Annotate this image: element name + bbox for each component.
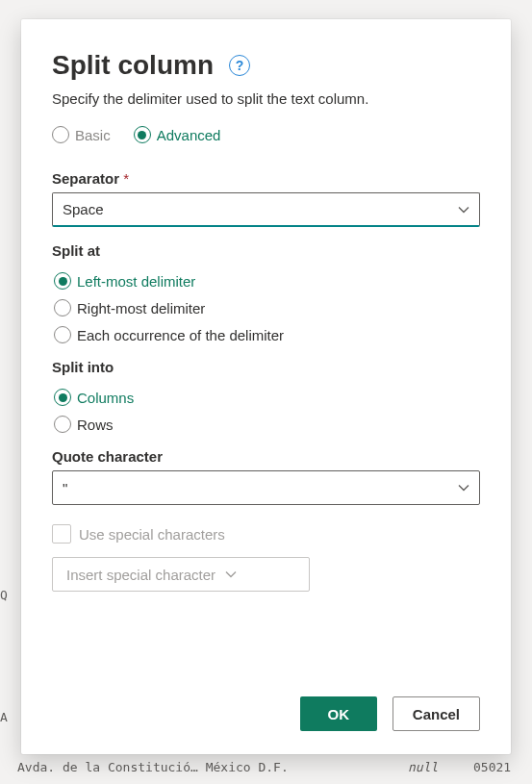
bg-cell: 05021 bbox=[473, 760, 511, 774]
radio-icon bbox=[54, 416, 71, 433]
separator-dropdown[interactable]: Space bbox=[52, 192, 480, 227]
radio-label: Each occurrence of the delimiter bbox=[77, 327, 284, 343]
help-glyph: ? bbox=[236, 58, 244, 73]
radio-icon bbox=[54, 272, 71, 290]
chevron-down-icon bbox=[458, 482, 469, 493]
mode-advanced-radio[interactable]: Advanced bbox=[134, 126, 221, 143]
quote-label: Quote character bbox=[52, 448, 480, 465]
required-star: * bbox=[123, 170, 129, 187]
radio-icon bbox=[54, 326, 71, 343]
split-at-each-radio[interactable]: Each occurrence of the delimiter bbox=[54, 326, 480, 343]
checkbox-label: Use special characters bbox=[79, 526, 225, 543]
radio-icon bbox=[54, 299, 71, 316]
radio-label: Rows bbox=[77, 417, 114, 433]
split-into-label: Split into bbox=[52, 359, 480, 375]
split-into-columns-radio[interactable]: Columns bbox=[54, 389, 480, 406]
checkbox-icon bbox=[52, 524, 71, 544]
help-icon[interactable]: ? bbox=[229, 55, 250, 76]
special-dd-label: Insert special character bbox=[66, 567, 215, 583]
dialog-description: Specify the delimiter used to split the … bbox=[52, 90, 480, 107]
chevron-down-icon bbox=[458, 204, 469, 215]
separator-value: Space bbox=[63, 201, 104, 217]
radio-icon bbox=[54, 389, 71, 406]
split-into-rows-radio[interactable]: Rows bbox=[54, 416, 480, 433]
insert-special-char-dropdown: Insert special character bbox=[52, 557, 310, 592]
radio-icon bbox=[134, 126, 151, 143]
chevron-down-icon bbox=[225, 569, 237, 580]
ok-button[interactable]: OK bbox=[300, 696, 377, 731]
split-at-leftmost-radio[interactable]: Left-most delimiter bbox=[54, 272, 480, 290]
bg-cell: Avda. de la Constitució… México D.F. bbox=[17, 760, 289, 774]
split-column-dialog: Split column ? Specify the delimiter use… bbox=[21, 19, 511, 754]
split-at-group: Left-most delimiter Right-most delimiter… bbox=[52, 272, 480, 343]
quote-dropdown[interactable]: " bbox=[52, 470, 480, 505]
cancel-button[interactable]: Cancel bbox=[393, 696, 480, 731]
use-special-chars-checkbox[interactable]: Use special characters bbox=[52, 524, 480, 544]
mode-basic-radio[interactable]: Basic bbox=[52, 126, 111, 143]
mode-radio-group: Basic Advanced bbox=[52, 126, 480, 143]
split-at-rightmost-radio[interactable]: Right-most delimiter bbox=[54, 299, 480, 316]
quote-value: " bbox=[63, 480, 67, 496]
radio-label: Basic bbox=[75, 127, 111, 143]
dialog-title: Split column bbox=[52, 50, 214, 81]
radio-label: Advanced bbox=[157, 127, 221, 143]
bg-cell: Q bbox=[0, 588, 8, 602]
radio-label: Columns bbox=[77, 390, 134, 406]
dialog-header: Split column ? bbox=[52, 50, 480, 81]
radio-icon bbox=[52, 126, 69, 143]
radio-label: Right-most delimiter bbox=[77, 300, 205, 316]
bg-cell: A bbox=[0, 710, 8, 724]
separator-label: Separator * bbox=[52, 170, 480, 187]
bg-cell: null bbox=[408, 760, 438, 774]
dialog-footer: OK Cancel bbox=[52, 673, 480, 731]
split-into-group: Columns Rows bbox=[52, 389, 480, 433]
split-at-label: Split at bbox=[52, 242, 480, 259]
radio-label: Left-most delimiter bbox=[77, 273, 195, 290]
